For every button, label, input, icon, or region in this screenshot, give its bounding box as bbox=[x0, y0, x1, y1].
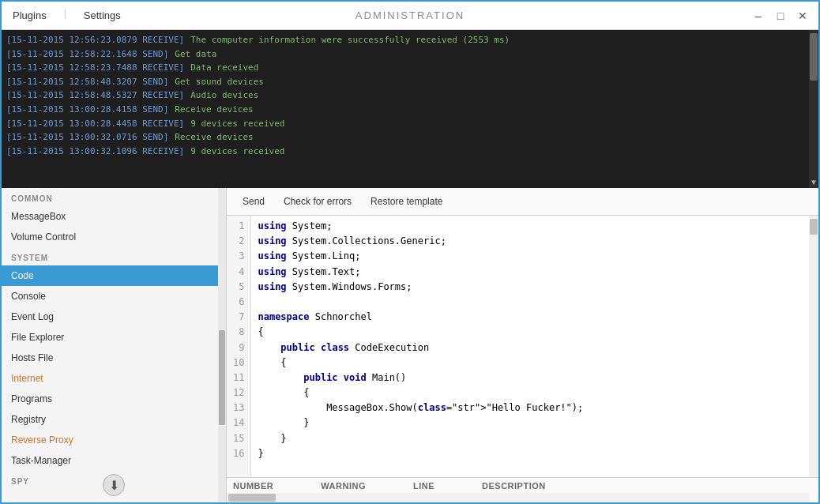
code-scroll-thumb-v[interactable] bbox=[810, 219, 818, 235]
line-number-13: 13 bbox=[233, 401, 244, 416]
send-button[interactable]: Send bbox=[233, 193, 274, 210]
log-row: [15-11-2015 12:56:23.0879 RECEIVE]The co… bbox=[6, 33, 804, 47]
line-number-3: 3 bbox=[233, 249, 244, 264]
col-line: LINE bbox=[413, 481, 434, 491]
log-timestamp: [15-11-2015 13:00:28.4458 RECEIVE] bbox=[6, 117, 184, 131]
restore-template-button[interactable]: Restore template bbox=[361, 193, 452, 210]
sidebar-item-event-log[interactable]: Event Log bbox=[2, 307, 226, 327]
code-scrollbar-vertical[interactable] bbox=[809, 216, 818, 477]
window-title: ADMINISTRATION bbox=[355, 9, 465, 21]
sidebar-item-console[interactable]: Console bbox=[2, 286, 226, 307]
code-line-11: public void Main() bbox=[258, 370, 803, 386]
sidebar-item-code[interactable]: Code bbox=[2, 265, 226, 286]
log-timestamp: [15-11-2015 13:00:32.0716 SEND] bbox=[6, 130, 168, 145]
log-row: [15-11-2015 12:58:48.3207 SEND]Get sound… bbox=[6, 75, 804, 89]
plugins-button[interactable]: Plugins bbox=[8, 8, 51, 23]
minimize-button[interactable]: – bbox=[749, 6, 768, 25]
sidebar-item-task-manager[interactable]: Task-Manager bbox=[2, 450, 226, 471]
line-number-16: 16 bbox=[233, 446, 244, 461]
log-row: [15-11-2015 13:00:32.1096 RECEIVE]9 devi… bbox=[6, 145, 804, 159]
log-message: Get sound devices bbox=[175, 75, 264, 89]
sidebar-scroll-thumb[interactable] bbox=[219, 330, 225, 425]
log-message: Get data bbox=[175, 47, 216, 62]
code-line-15: } bbox=[258, 431, 803, 446]
log-timestamp: [15-11-2015 13:00:28.4158 SEND] bbox=[6, 103, 168, 117]
col-description: DESCRIPTION bbox=[482, 481, 546, 491]
log-message: Data received bbox=[190, 61, 258, 75]
code-line-3: using System.Linq; bbox=[258, 249, 803, 264]
log-timestamp: [15-11-2015 12:58:22.1648 SEND] bbox=[6, 47, 168, 62]
sidebar-item-hosts-file[interactable]: Hosts File bbox=[2, 348, 226, 368]
log-message: 9 devices received bbox=[190, 145, 284, 159]
log-message: Receive devices bbox=[175, 130, 253, 145]
log-timestamp: [15-11-2015 12:56:23.0879 RECEIVE] bbox=[6, 33, 184, 47]
line-number-6: 6 bbox=[233, 295, 244, 310]
line-number-15: 15 bbox=[233, 431, 244, 446]
log-content: [15-11-2015 12:56:23.0879 RECEIVE]The co… bbox=[2, 30, 809, 188]
line-number-9: 9 bbox=[233, 340, 244, 355]
main-window: Plugins | Settings ADMINISTRATION – □ ✕ … bbox=[0, 0, 820, 504]
sidebar-scrollbar[interactable] bbox=[218, 188, 226, 502]
line-number-14: 14 bbox=[233, 416, 244, 431]
line-numbers: 12345678910111213141516 bbox=[227, 216, 251, 477]
sidebar-item-messagebox[interactable]: MessageBox bbox=[2, 206, 226, 227]
log-row: [15-11-2015 12:58:23.7488 RECEIVE]Data r… bbox=[6, 61, 804, 75]
bottom-columns: NUMBER WARNING LINE DESCRIPTION bbox=[227, 478, 809, 494]
title-bar-left: Plugins | Settings bbox=[8, 8, 126, 23]
sidebar-content: Common MessageBoxVolume Control SYSTEM C… bbox=[2, 188, 226, 502]
log-row: [15-11-2015 13:00:28.4158 SEND]Receive d… bbox=[6, 103, 804, 117]
log-row: [15-11-2015 12:58:22.1648 SEND]Get data bbox=[6, 47, 804, 62]
bottom-scrollbar-horizontal[interactable] bbox=[227, 493, 809, 502]
title-sep: | bbox=[64, 8, 66, 23]
code-line-5: using System.Windows.Forms; bbox=[258, 280, 803, 295]
log-timestamp: [15-11-2015 12:58:23.7488 RECEIVE] bbox=[6, 61, 184, 75]
code-line-2: using System.Collections.Generic; bbox=[258, 234, 803, 249]
log-timestamp: [15-11-2015 13:00:32.1096 RECEIVE] bbox=[6, 145, 184, 159]
log-timestamp: [15-11-2015 12:58:48.3207 SEND] bbox=[6, 75, 168, 89]
title-bar: Plugins | Settings ADMINISTRATION – □ ✕ bbox=[2, 2, 818, 30]
check-errors-button[interactable]: Check for errors bbox=[274, 193, 361, 210]
window-controls: – □ ✕ bbox=[749, 6, 812, 25]
log-scrollbar[interactable]: ▼ bbox=[809, 30, 818, 188]
bottom-scroll-thumb-h[interactable] bbox=[228, 494, 276, 502]
sidebar-item-internet[interactable]: Internet bbox=[2, 368, 226, 389]
code-line-14: } bbox=[258, 416, 803, 431]
settings-button[interactable]: Settings bbox=[79, 8, 126, 23]
code-line-1: using System; bbox=[258, 219, 803, 234]
code-editor: 12345678910111213141516 using System;usi… bbox=[227, 216, 818, 477]
sidebar: Common MessageBoxVolume Control SYSTEM C… bbox=[2, 188, 227, 502]
maximize-button[interactable]: □ bbox=[771, 6, 790, 25]
code-line-6 bbox=[258, 295, 803, 310]
log-row: [15-11-2015 13:00:32.0716 SEND]Receive d… bbox=[6, 130, 804, 145]
code-line-4: using System.Text; bbox=[258, 265, 803, 280]
sidebar-item-volume-control[interactable]: Volume Control bbox=[2, 227, 226, 247]
line-number-11: 11 bbox=[233, 370, 244, 386]
log-area: [15-11-2015 12:56:23.0879 RECEIVE]The co… bbox=[2, 30, 818, 188]
code-content[interactable]: using System;using System.Collections.Ge… bbox=[251, 216, 809, 477]
sidebar-item-file-explorer[interactable]: File Explorer bbox=[2, 327, 226, 348]
log-row: [15-11-2015 13:00:28.4458 RECEIVE]9 devi… bbox=[6, 117, 804, 131]
log-message: 9 devices received bbox=[190, 117, 284, 131]
code-line-9: public class CodeExecution bbox=[258, 340, 803, 355]
log-row: [15-11-2015 12:58:48.5327 RECEIVE]Audio … bbox=[6, 88, 804, 103]
sidebar-item-registry[interactable]: Registry bbox=[2, 409, 226, 430]
log-scroll-thumb[interactable] bbox=[810, 33, 818, 81]
code-toolbar: Send Check for errors Restore template bbox=[227, 188, 818, 216]
sidebar-system-label: SYSTEM bbox=[2, 247, 226, 265]
line-number-7: 7 bbox=[233, 310, 244, 325]
line-number-10: 10 bbox=[233, 355, 244, 370]
sidebar-scroll-down-button[interactable]: ⬇ bbox=[103, 474, 125, 496]
close-button[interactable]: ✕ bbox=[793, 6, 812, 25]
code-line-13: MessageBox.Show(class="str">"Hello Fucke… bbox=[258, 401, 803, 416]
bottom-bar: NUMBER WARNING LINE DESCRIPTION bbox=[227, 477, 818, 502]
col-warning: WARNING bbox=[321, 481, 366, 491]
log-message: The computer information were successful… bbox=[190, 33, 510, 47]
sidebar-common-label: Common bbox=[2, 188, 226, 206]
log-message: Receive devices bbox=[175, 103, 253, 117]
line-number-1: 1 bbox=[233, 219, 244, 234]
sidebar-item-programs[interactable]: Programs bbox=[2, 389, 226, 409]
sidebar-scroll-track bbox=[219, 188, 225, 502]
code-panel: Send Check for errors Restore template 1… bbox=[227, 188, 818, 502]
log-scroll-arrow-down[interactable]: ▼ bbox=[811, 178, 816, 186]
sidebar-item-reverse-proxy[interactable]: Reverse Proxy bbox=[2, 430, 226, 450]
